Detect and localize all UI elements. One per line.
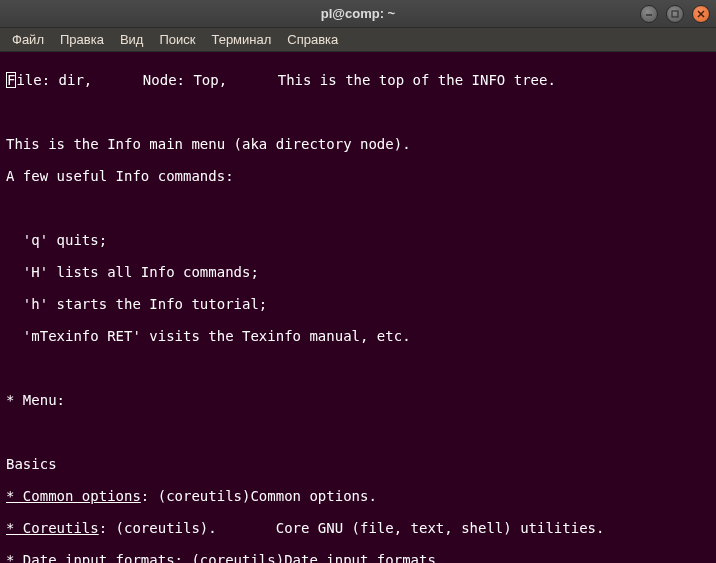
link-common-options[interactable]: * Common options [6,488,141,504]
window-controls [640,5,710,23]
maximize-icon [671,10,679,18]
rest-coreutils: : (coreutils). Core GNU (file, text, she… [99,520,605,536]
cmd-texinfo: 'mTexinfo RET' visits the Texinfo manual… [6,328,710,344]
link-date-input[interactable]: * Date input formats [6,552,175,563]
menubar: Файл Правка Вид Поиск Терминал Справка [0,28,716,52]
rest-common-options: : (coreutils)Common options. [141,488,377,504]
menu-terminal[interactable]: Терминал [205,30,277,49]
intro-line-2: A few useful Info commands: [6,168,710,184]
window-titlebar: pl@comp: ~ [0,0,716,28]
close-icon [697,10,705,18]
menu-date-input[interactable]: * Date input formats: (coreutils)Date in… [6,552,710,563]
intro-line-1: This is the Info main menu (aka director… [6,136,710,152]
cmd-quit: 'q' quits; [6,232,710,248]
basics-header: Basics [6,456,710,472]
terminal-content[interactable]: File: dir, Node: Top, This is the top of… [0,52,716,563]
menu-coreutils[interactable]: * Coreutils: (coreutils). Core GNU (file… [6,520,710,536]
minimize-button[interactable] [640,5,658,23]
minimize-icon [645,10,653,18]
maximize-button[interactable] [666,5,684,23]
menu-view[interactable]: Вид [114,30,150,49]
close-button[interactable] [692,5,710,23]
cursor: F [6,72,16,88]
menu-file[interactable]: Файл [6,30,50,49]
window-title: pl@comp: ~ [321,6,395,21]
link-coreutils[interactable]: * Coreutils [6,520,99,536]
info-header-line: File: dir, Node: Top, This is the top of… [6,72,710,88]
menu-help[interactable]: Справка [281,30,344,49]
menu-edit[interactable]: Правка [54,30,110,49]
cmd-list: 'H' lists all Info commands; [6,264,710,280]
menu-search[interactable]: Поиск [153,30,201,49]
info-header-text: ile: dir, Node: Top, This is the top of … [16,72,555,88]
menu-header: * Menu: [6,392,710,408]
cmd-tutorial: 'h' starts the Info tutorial; [6,296,710,312]
menu-common-options[interactable]: * Common options: (coreutils)Common opti… [6,488,710,504]
svg-rect-1 [672,11,678,17]
rest-date-input: : (coreutils)Date input formats. [175,552,445,563]
